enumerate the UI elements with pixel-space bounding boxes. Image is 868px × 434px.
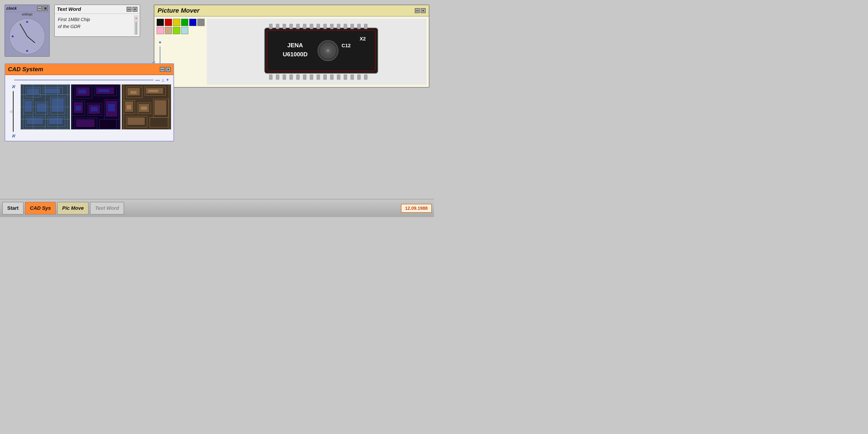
picmover-widget: Picture Mover — + + (154, 4, 430, 88)
cad-toolbar-arrow-icon[interactable]: △ (162, 78, 164, 82)
taskbar-date: 12.09.1988 (401, 204, 432, 213)
clock-widget: clock — ⊞ settings (4, 4, 50, 57)
svg-rect-17 (269, 74, 272, 80)
cad-chip-img-2 (71, 84, 121, 129)
svg-rect-61 (49, 118, 63, 124)
svg-rect-100 (141, 106, 147, 110)
svg-rect-78 (98, 89, 110, 92)
cad-sidebar: ℵ ◁ ℵ (7, 84, 19, 138)
color-swatch-grey[interactable] (197, 19, 205, 26)
color-swatch-tan[interactable] (165, 27, 172, 34)
cad-chip-img-1 (21, 84, 70, 129)
textword-taskbar-button[interactable]: Text Word (90, 202, 124, 215)
svg-text:X2: X2 (360, 36, 366, 41)
svg-rect-57 (24, 101, 32, 112)
clock-maximize-button[interactable]: ⊞ (43, 6, 48, 11)
textword-minimize-button[interactable]: — (127, 7, 131, 12)
svg-rect-22 (303, 74, 306, 80)
svg-rect-30 (358, 74, 361, 80)
svg-rect-18 (276, 74, 279, 80)
svg-rect-9 (317, 24, 320, 29)
color-swatch-cyan[interactable] (181, 27, 188, 34)
svg-text:JENA: JENA (287, 42, 303, 49)
cad-toolbar: — △ + (7, 77, 171, 83)
chip-image-area: JENA U61000D C12 X2 (207, 19, 427, 85)
cad-toolbar-plus-button[interactable]: + (166, 77, 169, 83)
svg-rect-13 (344, 24, 347, 29)
cad-toolbar-line (14, 80, 153, 80)
svg-rect-59 (52, 98, 64, 112)
textword-title-buttons: — + (127, 7, 137, 12)
textword-widget: Text Word — + First 1MBit Chip of the GD… (54, 4, 140, 37)
cad-vertical-line: ◁ (13, 91, 13, 132)
chip-svg: JENA U61000D C12 X2 (251, 24, 382, 80)
textword-title: Text Word (57, 6, 81, 12)
clock-title-buttons: — ⊞ (37, 6, 48, 11)
svg-rect-7 (303, 24, 306, 29)
textword-line1: First 1MBit Chip (58, 16, 136, 23)
textword-maximize-button[interactable]: + (132, 7, 137, 12)
svg-rect-55 (27, 89, 39, 95)
clock-minimize-button[interactable]: — (37, 6, 42, 11)
picmover-maximize-button[interactable]: + (421, 8, 426, 13)
cad-arrow-mid-icon[interactable]: ◁ (10, 110, 12, 113)
svg-rect-24 (317, 74, 320, 80)
taskbar: Start CAD Sys Pic Move Text Word 12.09.1… (0, 199, 434, 217)
textword-scrollbar[interactable]: ⇒ (134, 16, 138, 35)
svg-rect-79 (76, 106, 81, 111)
cad-chip-img-3 (122, 84, 171, 129)
svg-rect-80 (91, 107, 98, 112)
start-button[interactable]: Start (2, 202, 24, 215)
color-swatch-red[interactable] (165, 19, 172, 26)
cad-taskbar-button[interactable]: CAD Sys (25, 202, 56, 215)
color-swatch-black[interactable] (157, 19, 164, 26)
svg-rect-81 (108, 104, 115, 112)
picmover-content: + — ◁ (154, 17, 429, 87)
clock-dot-top (26, 21, 28, 23)
color-swatch-pink[interactable] (157, 27, 164, 34)
cad-titlebar: CAD System — + (5, 64, 174, 75)
cad-minimize-button[interactable]: — (160, 67, 165, 72)
svg-rect-10 (323, 24, 327, 29)
cad-toolbar-minus-button[interactable]: — (155, 77, 160, 83)
svg-rect-19 (283, 74, 286, 80)
svg-text:U61000D: U61000D (283, 51, 308, 58)
picmove-taskbar-button[interactable]: Pic Move (57, 202, 89, 215)
svg-rect-3 (276, 24, 279, 29)
scroll-thumb (136, 22, 136, 34)
cad-title-buttons: — + (160, 67, 170, 72)
cad-maximize-button[interactable]: + (166, 67, 170, 72)
color-palette (157, 19, 205, 34)
svg-point-35 (326, 49, 330, 53)
picmover-nav-plus[interactable]: + (159, 39, 162, 45)
picmover-minimize-button[interactable]: — (415, 8, 420, 13)
svg-rect-56 (44, 89, 60, 94)
svg-rect-25 (323, 74, 327, 80)
svg-rect-20 (289, 74, 293, 80)
picmover-titlebar: Picture Mover — + (154, 5, 429, 17)
color-swatch-green[interactable] (181, 19, 188, 26)
clock-titlebar: clock — ⊞ (5, 5, 49, 12)
svg-rect-77 (79, 90, 86, 93)
picmover-title: Picture Mover (158, 7, 199, 14)
color-swatch-blue[interactable] (189, 19, 196, 26)
color-swatch-lime[interactable] (173, 27, 180, 34)
cad-symbol-bot-icon[interactable]: ℵ (12, 133, 15, 138)
clock-title: clock (6, 6, 17, 11)
svg-rect-58 (37, 103, 46, 112)
scroll-up-arrow-icon[interactable]: ⇒ (135, 17, 137, 20)
clock-dot-bottom (26, 50, 28, 52)
svg-rect-6 (296, 24, 300, 29)
textword-line2: of the GDR (58, 23, 136, 30)
svg-rect-16 (364, 24, 367, 29)
clock-hour-hand (27, 36, 35, 43)
svg-rect-11 (330, 24, 333, 29)
svg-rect-31 (364, 74, 367, 80)
svg-rect-99 (127, 105, 131, 110)
cad-images-area (21, 84, 171, 138)
svg-rect-8 (310, 24, 313, 29)
color-swatch-yellow[interactable] (173, 19, 180, 26)
svg-rect-76 (76, 119, 94, 127)
svg-rect-97 (130, 91, 136, 94)
cad-symbol-top-icon[interactable]: ℵ (12, 84, 15, 89)
